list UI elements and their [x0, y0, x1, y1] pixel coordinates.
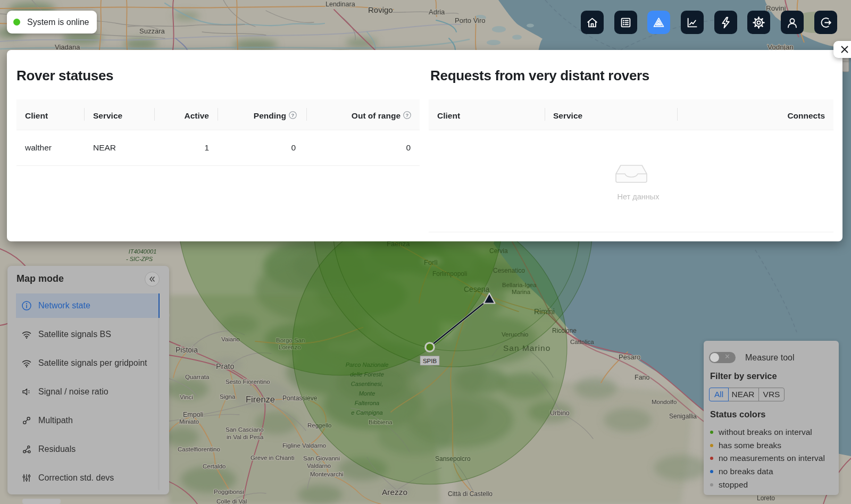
svg-text:?: ?	[291, 112, 295, 117]
svg-text:Adria: Adria	[429, 8, 445, 16]
svg-text:Poggibonsi: Poggibonsi	[214, 489, 244, 495]
svg-text:Vinci: Vinci	[180, 394, 193, 400]
svg-text:SPIB: SPIB	[423, 358, 437, 364]
svg-text:Signa: Signa	[220, 393, 236, 400]
svg-text:Greve in Chianti: Greve in Chianti	[251, 455, 294, 461]
svg-text:Quarrata: Quarrata	[185, 374, 210, 380]
svg-text:Castelfiorentino: Castelfiorentino	[178, 446, 220, 452]
svg-text:Sesto Fiorentino: Sesto Fiorentino	[226, 379, 270, 385]
svg-text:Arezzo: Arezzo	[382, 488, 407, 497]
svg-text:Pistoia: Pistoia	[176, 346, 198, 354]
svg-text:Porto Viro: Porto Viro	[455, 16, 486, 24]
svg-text:Pesaro: Pesaro	[619, 353, 640, 361]
svg-text:- SIC-ZPS: - SIC-ZPS	[126, 256, 153, 262]
svg-text:Lendinara: Lendinara	[326, 1, 355, 8]
svg-text:Senigallia: Senigallia	[669, 413, 697, 420]
svg-text:Certaldo: Certaldo	[203, 463, 226, 469]
svg-text:Rovigo: Rovigo	[368, 5, 393, 14]
svg-text:San Casciano: San Casciano	[226, 426, 264, 433]
svg-text:Valdarno: Valdarno	[307, 463, 331, 469]
svg-text:Empoli: Empoli	[183, 411, 203, 418]
svg-text:Montevarchi: Montevarchi	[310, 471, 344, 477]
svg-text:Cattolica: Cattolica	[570, 339, 594, 345]
svg-text:Miniato: Miniato	[179, 418, 199, 425]
svg-text:Città di Castello: Città di Castello	[448, 490, 493, 498]
svg-text:Colle di Val: Colle di Val	[216, 498, 247, 504]
svg-text:Loreto: Loreto	[757, 494, 775, 502]
svg-text:?: ?	[406, 112, 409, 117]
svg-text:IT4040001: IT4040001	[129, 248, 157, 255]
svg-text:Figline Valdarno: Figline Valdarno	[282, 442, 326, 449]
svg-text:Urbino: Urbino	[550, 409, 570, 417]
svg-text:Firenze: Firenze	[246, 394, 275, 404]
svg-text:Suzzara: Suzzara	[139, 27, 165, 35]
svg-text:Mondolfo: Mondolfo	[652, 399, 677, 405]
svg-text:San Giovanni: San Giovanni	[303, 455, 340, 461]
svg-text:Prato: Prato	[216, 362, 235, 371]
svg-text:Fano: Fano	[635, 374, 650, 381]
svg-text:in Val di Pesa: in Val di Pesa	[227, 434, 264, 440]
